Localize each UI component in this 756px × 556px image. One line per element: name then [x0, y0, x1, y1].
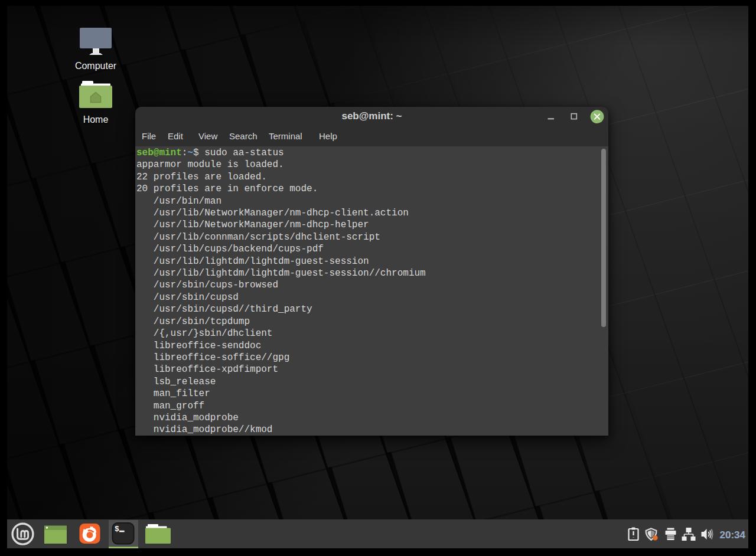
svg-text:$: $	[115, 525, 119, 534]
